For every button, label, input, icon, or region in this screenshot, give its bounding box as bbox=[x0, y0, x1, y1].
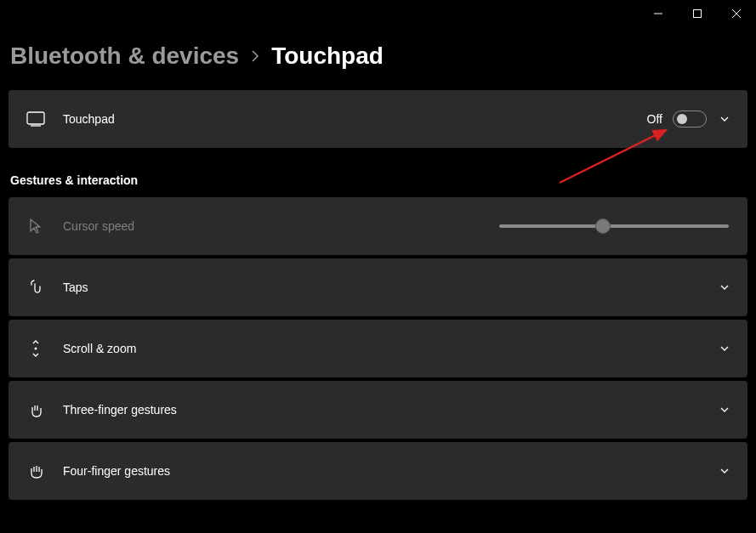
slider-thumb bbox=[595, 218, 611, 234]
four-finger-row[interactable]: Four-finger gestures bbox=[9, 442, 747, 500]
three-finger-icon bbox=[26, 400, 46, 420]
breadcrumb-parent[interactable]: Bluetooth & devices bbox=[10, 43, 239, 70]
cursor-speed-row: Cursor speed bbox=[9, 197, 747, 255]
maximize-button[interactable] bbox=[678, 0, 717, 27]
touchpad-toggle[interactable] bbox=[673, 111, 707, 128]
taps-row[interactable]: Taps bbox=[9, 258, 747, 316]
touchpad-label: Touchpad bbox=[63, 112, 115, 126]
three-finger-row[interactable]: Three-finger gestures bbox=[9, 381, 747, 439]
minimize-button[interactable] bbox=[639, 0, 678, 27]
expand-scroll-zoom-chevron[interactable] bbox=[719, 343, 730, 354]
scroll-zoom-label: Scroll & zoom bbox=[63, 342, 136, 355]
scroll-zoom-icon bbox=[26, 338, 46, 359]
chevron-down-icon bbox=[719, 405, 730, 415]
page-title: Touchpad bbox=[271, 43, 384, 70]
touchpad-icon bbox=[26, 109, 46, 129]
close-icon bbox=[732, 9, 741, 18]
svg-point-6 bbox=[35, 348, 37, 350]
expand-touchpad-chevron[interactable] bbox=[719, 113, 730, 125]
tap-icon bbox=[26, 277, 46, 298]
cursor-icon bbox=[26, 216, 46, 236]
four-finger-icon bbox=[26, 461, 46, 481]
chevron-down-icon bbox=[719, 114, 730, 124]
breadcrumb: Bluetooth & devices Touchpad bbox=[0, 27, 756, 90]
chevron-down-icon bbox=[719, 466, 730, 476]
expand-four-finger-chevron[interactable] bbox=[719, 465, 730, 477]
svg-rect-4 bbox=[27, 112, 44, 124]
minimize-icon bbox=[654, 9, 662, 18]
cursor-speed-label: Cursor speed bbox=[63, 219, 134, 233]
expand-three-finger-chevron[interactable] bbox=[719, 404, 730, 416]
svg-rect-1 bbox=[694, 10, 702, 18]
chevron-right-icon bbox=[251, 49, 259, 63]
cursor-speed-slider[interactable] bbox=[499, 224, 729, 228]
chevron-down-icon bbox=[719, 282, 730, 292]
scroll-zoom-row[interactable]: Scroll & zoom bbox=[9, 320, 747, 377]
chevron-down-icon bbox=[719, 343, 730, 354]
toggle-knob bbox=[677, 114, 687, 124]
four-finger-label: Four-finger gestures bbox=[63, 464, 170, 478]
three-finger-label: Three-finger gestures bbox=[63, 403, 177, 417]
touchpad-row[interactable]: Touchpad Off bbox=[9, 90, 747, 148]
window-titlebar bbox=[0, 0, 756, 27]
close-button[interactable] bbox=[717, 0, 756, 27]
expand-taps-chevron[interactable] bbox=[719, 281, 730, 293]
gestures-section-header: Gestures & interaction bbox=[10, 173, 747, 187]
taps-label: Taps bbox=[63, 281, 88, 294]
toggle-state-label: Off bbox=[647, 112, 662, 126]
maximize-icon bbox=[693, 9, 702, 18]
